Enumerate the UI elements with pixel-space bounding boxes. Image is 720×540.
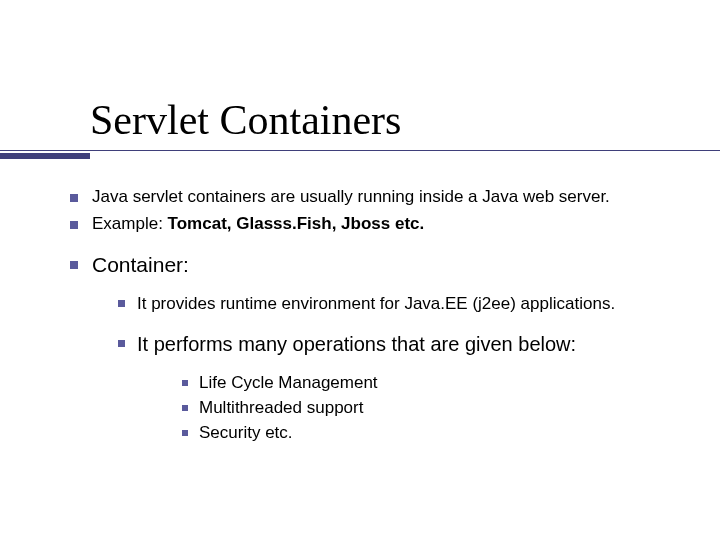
bullet-level3: Life Cycle Management	[182, 372, 680, 395]
square-bullet-icon	[182, 430, 188, 436]
bullet-level1: Java servlet containers are usually runn…	[70, 186, 680, 209]
bullet-level1: Example: Tomcat, Glasss.Fish, Jboss etc.	[70, 213, 680, 236]
bullet-level3: Security etc.	[182, 422, 680, 445]
square-bullet-icon	[118, 340, 125, 347]
bullet-level2: It provides runtime environment for Java…	[118, 293, 680, 316]
square-bullet-icon	[70, 261, 78, 269]
bullet-text: Life Cycle Management	[199, 372, 378, 395]
bullet-text: Java servlet containers are usually runn…	[92, 186, 610, 209]
bullet-text: It performs many operations that are giv…	[137, 330, 576, 358]
title-underline-thick	[0, 153, 90, 159]
square-bullet-icon	[118, 300, 125, 307]
slide-body: Java servlet containers are usually runn…	[70, 186, 680, 447]
slide-title: Servlet Containers	[90, 96, 401, 144]
bullet-text: Example: Tomcat, Glasss.Fish, Jboss etc.	[92, 213, 424, 236]
bullet-level2: It performs many operations that are giv…	[118, 330, 680, 358]
title-underline-thin	[0, 150, 720, 151]
square-bullet-icon	[70, 221, 78, 229]
square-bullet-icon	[70, 194, 78, 202]
bullet-text: Container:	[92, 250, 189, 279]
bullet-level1: Container:	[70, 250, 680, 279]
bullet-text: It provides runtime environment for Java…	[137, 293, 615, 316]
bullet-text: Multithreaded support	[199, 397, 363, 420]
bullet-text: Security etc.	[199, 422, 293, 445]
bullet-level3: Multithreaded support	[182, 397, 680, 420]
square-bullet-icon	[182, 380, 188, 386]
square-bullet-icon	[182, 405, 188, 411]
